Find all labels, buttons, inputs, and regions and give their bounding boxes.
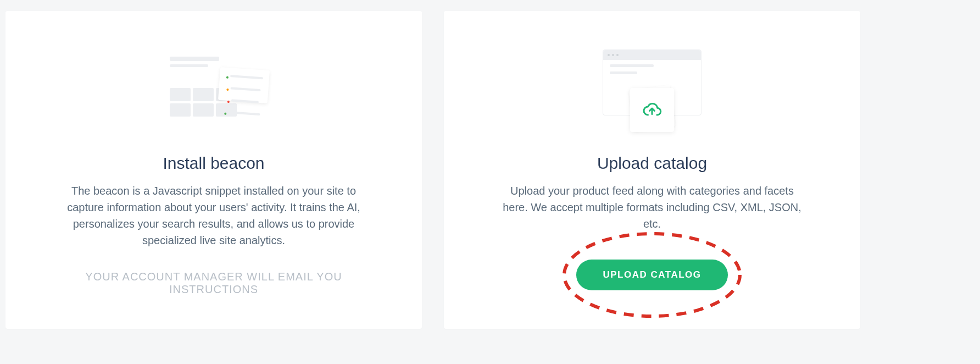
upload-catalog-button[interactable]: UPLOAD CATALOG	[576, 260, 727, 290]
upload-catalog-card: Upload catalog Upload your product feed …	[444, 11, 860, 329]
upload-illustration-icon	[597, 44, 707, 132]
cloud-upload-icon	[642, 100, 662, 120]
upload-catalog-action-wrapper: UPLOAD CATALOG	[576, 260, 727, 290]
install-beacon-card: Install beacon The beacon is a Javascrip…	[5, 11, 422, 329]
install-beacon-footer-text: YOUR ACCOUNT MANAGER WILL EMAIL YOU INST…	[71, 271, 357, 296]
upload-catalog-title: Upload catalog	[597, 154, 707, 173]
upload-catalog-description: Upload your product feed along with cate…	[498, 183, 806, 232]
install-beacon-title: Install beacon	[163, 154, 264, 173]
beacon-illustration-icon	[159, 44, 269, 132]
onboarding-cards-container: Install beacon The beacon is a Javascrip…	[5, 11, 975, 329]
install-beacon-description: The beacon is a Javascript snippet insta…	[60, 183, 368, 249]
